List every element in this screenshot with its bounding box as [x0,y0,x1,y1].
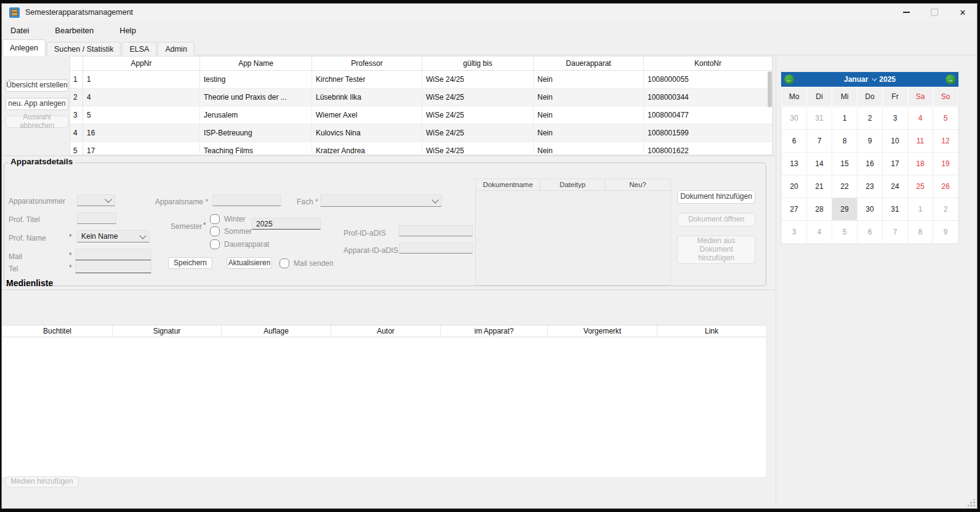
calendar-day[interactable]: 30 [857,198,882,220]
medien-column-header[interactable]: Autor [331,326,441,337]
calendar-month-year[interactable]: Januar2025 [794,75,946,84]
medien-hinzufuegen-button[interactable]: Medien hinzufügen [6,476,78,487]
calendar-day[interactable]: 21 [807,175,832,198]
neu-app-anlegen-button[interactable]: neu. App anlegen [6,98,68,110]
calendar-day[interactable]: 9 [933,221,958,243]
calendar-day[interactable]: 30 [782,107,806,129]
calendar-day[interactable]: 4 [807,221,832,243]
apps-table-row[interactable]: 11testingKirchner TesterWiSe 24/25Nein10… [70,71,773,89]
calendar-day[interactable]: 4 [908,107,933,129]
semester-winter-radio[interactable]: Winter [210,214,246,224]
next-month-button[interactable]: → [946,74,955,84]
calendar-day[interactable]: 15 [832,153,857,175]
medien-aus-dokument-button[interactable]: Medien aus Dokument hinzufügen [677,236,755,264]
apps-column-header[interactable]: KontoNr [644,57,773,71]
semester-dauerapparat-radio[interactable]: Dauerapparat [210,239,269,249]
calendar-day[interactable]: 12 [933,130,958,152]
semester-year-input[interactable]: 2025 [252,218,321,230]
calendar-day[interactable]: 16 [857,153,882,175]
apps-table-row[interactable]: 24Theorie und Praxis der ...Lüsebrink Il… [70,89,773,106]
dokument-hinzufuegen-button[interactable]: Dokument hinzufügen [677,190,755,204]
tab-suchen-statistik[interactable]: Suchen / Statistik [47,42,121,55]
calendar-day[interactable]: 9 [857,130,882,152]
menu-bearbeiten[interactable]: Bearbeiten [50,23,98,38]
calendar-day[interactable]: 27 [782,198,806,220]
calendar-day[interactable]: 25 [908,175,933,198]
resize-grip[interactable] [968,499,975,506]
apps-column-header[interactable]: AppNr [83,57,200,71]
calendar-day[interactable]: 8 [908,221,933,243]
calendar-day[interactable]: 13 [782,153,806,175]
calendar-day[interactable]: 8 [832,130,857,152]
apps-column-header[interactable]: gültig bis [422,57,534,71]
maximize-button[interactable] [920,4,949,21]
medien-column-header[interactable]: Buchtitel [2,326,113,337]
apps-column-header[interactable]: App Name [200,57,312,71]
apparatsname-input[interactable] [212,194,281,206]
menu-datei[interactable]: Datei [6,23,34,38]
medien-column-header[interactable]: Signatur [113,326,222,337]
documents-column-header[interactable]: Neu? [605,179,670,191]
apps-table-row[interactable]: 35JerusalemWiemer AxelWiSe 24/25Nein1008… [70,106,773,124]
calendar-day[interactable]: 6 [857,221,882,243]
calendar-day[interactable]: 7 [883,221,907,243]
calendar-day[interactable]: 5 [832,221,857,243]
prof-id-adis-input[interactable] [399,225,473,236]
calendar-day[interactable]: 28 [807,198,832,220]
apps-column-header[interactable]: Professor [312,57,422,71]
tab-anlegen[interactable]: Anlegen [2,39,46,56]
mail-senden-checkbox[interactable]: Mail senden [279,258,334,268]
medien-column-header[interactable]: Link [657,326,766,337]
tel-input[interactable] [75,262,151,273]
calendar-day[interactable]: 31 [807,107,832,129]
fach-select[interactable] [320,194,442,207]
calendar-day[interactable]: 19 [933,153,958,175]
calendar-day[interactable]: 20 [782,175,806,198]
calendar-day[interactable]: 23 [857,175,882,198]
calendar-day-today[interactable]: 29 [832,198,857,220]
calendar-day[interactable]: 10 [883,130,907,152]
documents-column-header[interactable]: Dateityp [540,179,605,191]
apparatsnummer-select[interactable] [77,194,115,206]
calendar-day[interactable]: 26 [933,175,958,198]
dokument-oeffnen-button[interactable]: Dokument öffnen [677,213,755,226]
speichern-button[interactable]: Speichern [168,257,212,269]
apparat-id-adis-input[interactable] [399,242,473,254]
apps-table-scrollbar[interactable] [768,71,772,153]
tab-admin[interactable]: Admin [158,42,194,55]
calendar-day[interactable]: 2 [857,107,882,129]
calendar-day[interactable]: 1 [908,198,933,220]
calendar-day[interactable]: 5 [933,107,958,129]
medien-column-header[interactable]: im Apparat? [441,326,548,337]
calendar-day[interactable]: 31 [883,198,907,220]
calendar-day[interactable]: 24 [883,175,907,198]
auswahl-abbrechen-button[interactable]: Auswahl abbrechen [6,116,68,128]
calendar-day[interactable]: 11 [908,130,933,152]
mail-input[interactable] [75,249,151,260]
uebersicht-erstellen-button[interactable]: Übersicht erstellen [6,79,68,92]
calendar-day[interactable]: 2 [933,198,958,220]
calendar-day[interactable]: 14 [807,153,832,175]
aktualisieren-button[interactable]: Aktualisieren [227,257,272,269]
minimize-button[interactable] [892,4,920,21]
semester-sommer-radio[interactable]: Sommer [210,226,252,236]
prof-name-select[interactable]: Kein Name [77,230,150,242]
prev-month-button[interactable]: ← [784,74,794,84]
calendar-day[interactable]: 1 [832,107,857,129]
apps-table-row[interactable]: 416ISP-BetreuungKulovics NinaWiSe 24/25N… [70,124,773,142]
calendar-day[interactable]: 3 [883,107,907,129]
prof-titel-input[interactable] [77,212,116,224]
close-button[interactable]: ✕ [949,4,977,21]
calendar-day[interactable]: 6 [782,130,806,152]
medien-column-header[interactable]: Vorgemerkt [548,326,657,337]
apps-table-row[interactable]: 517Teaching FilmsKratzer AndreaWiSe 24/2… [70,142,773,155]
calendar-day[interactable]: 22 [832,175,857,198]
apps-column-header[interactable]: Dauerapparat [534,57,644,71]
calendar-day[interactable]: 17 [883,153,907,175]
documents-column-header[interactable]: Dokumentname [476,179,540,191]
tab-elsa[interactable]: ELSA [122,42,156,55]
calendar-day[interactable]: 3 [782,221,806,243]
calendar-day[interactable]: 18 [908,153,933,175]
calendar-day[interactable]: 7 [807,130,832,152]
menu-help[interactable]: Help [114,23,141,38]
